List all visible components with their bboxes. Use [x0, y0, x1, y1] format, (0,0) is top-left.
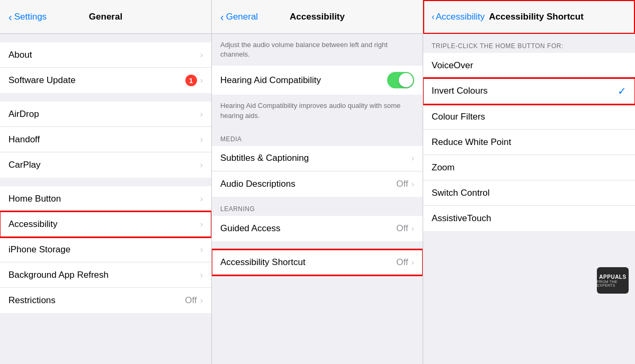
middle-audio-descriptions-label: Audio Descriptions [220, 179, 296, 189]
left-back-chevron-icon: ‹ [8, 12, 12, 22]
chevron-icon: › [200, 50, 203, 60]
audio-descriptions-value: Off [396, 179, 408, 189]
left-item-restrictions-label: Restrictions [8, 295, 56, 306]
left-item-accessibility[interactable]: Accessibility › [0, 212, 211, 237]
chevron-icon: › [200, 110, 203, 119]
middle-learning-group: Guided Access Off › [212, 216, 423, 241]
left-item-about[interactable]: About › [0, 42, 211, 68]
hearing-aid-toggle[interactable] [387, 72, 414, 88]
middle-learning-section-label: LEARNING [212, 197, 423, 216]
chevron-icon: › [200, 245, 203, 254]
middle-guided-access-right: Off › [396, 223, 414, 234]
chevron-icon: › [200, 135, 203, 144]
middle-subtitles-label: Subtitles & Captioning [220, 153, 309, 163]
left-item-handoff-right: › [200, 135, 203, 144]
right-nav-bar: ‹ Accessibility Accessibility Shortcut [423, 0, 635, 34]
left-item-iphone-storage-right: › [200, 245, 203, 254]
left-item-airdrop[interactable]: AirDrop › [0, 102, 211, 127]
toggle-thumb [399, 73, 413, 87]
right-item-switch-control[interactable]: Switch Control [423, 180, 635, 206]
left-item-software-update-right: 1 › [185, 75, 203, 86]
left-back-button[interactable]: ‹ Settings [8, 12, 47, 22]
right-back-label: Accessibility [436, 12, 485, 22]
right-item-assistivetouch[interactable]: AssistiveTouch [423, 206, 635, 231]
middle-media-section-label: MEDIA [212, 127, 423, 146]
middle-back-button[interactable]: ‹ General [220, 12, 258, 22]
left-item-restrictions[interactable]: Restrictions Off › [0, 288, 211, 313]
right-invert-colours-right: ✓ [618, 85, 627, 97]
middle-nav-title: Accessibility [290, 12, 345, 22]
right-item-voiceover[interactable]: VoiceOver [423, 53, 635, 78]
left-back-label: Settings [14, 12, 47, 22]
left-item-carplay-right: › [200, 160, 203, 170]
left-item-software-update-label: Software Update [8, 75, 76, 86]
chevron-icon: › [200, 160, 203, 170]
left-item-home-button[interactable]: Home Button › [0, 186, 211, 212]
chevron-icon: › [412, 258, 414, 267]
left-nav-title: General [89, 12, 122, 22]
left-item-software-update[interactable]: Software Update 1 › [0, 68, 211, 93]
accessibility-shortcut-value: Off [396, 257, 408, 268]
restrictions-value: Off [185, 295, 196, 306]
left-list-group-3: Home Button › Accessibility › iPhone Sto… [0, 186, 211, 313]
invert-colours-checkmark: ✓ [618, 85, 627, 97]
chevron-icon: › [412, 153, 414, 163]
middle-hearing-aid-item[interactable]: Hearing Aid Compatibility [212, 66, 423, 95]
right-back-chevron-icon: ‹ [432, 12, 435, 22]
middle-audio-descriptions-right: Off › [396, 179, 414, 189]
middle-nav-bar: ‹ General Accessibility [212, 0, 423, 34]
left-item-handoff[interactable]: Handoff › [0, 127, 211, 152]
middle-guided-access-item[interactable]: Guided Access Off › [212, 216, 423, 241]
watermark-logo-text: APPUALS [599, 274, 626, 280]
right-section-list: TRIPLE-CLICK THE HOME BUTTON FOR: VoiceO… [423, 34, 635, 364]
right-panel: ‹ Accessibility Accessibility Shortcut T… [423, 0, 635, 364]
middle-hearing-aid-label: Hearing Aid Compatibility [220, 75, 321, 86]
left-item-background-app-refresh-right: › [200, 270, 203, 280]
right-back-button[interactable]: ‹ Accessibility [432, 12, 485, 22]
chevron-icon: › [200, 76, 203, 85]
right-item-zoom[interactable]: Zoom [423, 155, 635, 180]
right-reduce-white-point-label: Reduce White Point [432, 137, 511, 148]
left-list-group-1: About › Software Update 1 › [0, 42, 211, 93]
right-item-reduce-white-point[interactable]: Reduce White Point [423, 130, 635, 155]
left-item-home-button-label: Home Button [8, 194, 61, 204]
left-item-handoff-label: Handoff [8, 134, 40, 145]
middle-media-group: Subtitles & Captioning › Audio Descripti… [212, 146, 423, 197]
middle-bottom-group: Accessibility Shortcut Off › [212, 250, 423, 275]
left-item-airdrop-label: AirDrop [8, 109, 39, 120]
middle-hearing-group: Hearing Aid Compatibility [212, 66, 423, 95]
left-item-iphone-storage[interactable]: iPhone Storage › [0, 237, 211, 262]
left-item-carplay[interactable]: CarPlay › [0, 152, 211, 178]
middle-hearing-aid-description: Hearing Aid Compatibility improves audio… [212, 95, 423, 126]
middle-back-chevron-icon: ‹ [220, 12, 224, 22]
right-switch-control-label: Switch Control [432, 188, 490, 198]
middle-subtitles-item[interactable]: Subtitles & Captioning › [212, 146, 423, 171]
right-assistivetouch-label: AssistiveTouch [432, 213, 491, 224]
guided-access-value: Off [396, 223, 408, 234]
left-section-list: About › Software Update 1 › AirDrop › [0, 34, 211, 364]
middle-back-label: General [226, 12, 258, 22]
right-item-invert-colours[interactable]: Invert Colours ✓ [423, 78, 635, 104]
watermark-area: APPUALS FROM THE EXPERTS [423, 263, 635, 298]
left-list-group-2: AirDrop › Handoff › CarPlay › [0, 102, 211, 178]
left-item-background-app-refresh[interactable]: Background App Refresh › [0, 262, 211, 288]
left-item-accessibility-label: Accessibility [8, 219, 58, 230]
left-panel: ‹ Settings General About › Software Upda… [0, 0, 212, 364]
middle-accessibility-shortcut-label: Accessibility Shortcut [220, 257, 306, 268]
middle-section-list: Adjust the audio volume balance between … [212, 34, 423, 364]
right-zoom-label: Zoom [432, 162, 454, 173]
right-item-colour-filters[interactable]: Colour Filters [423, 104, 635, 130]
chevron-icon: › [200, 270, 203, 280]
right-colour-filters-label: Colour Filters [432, 112, 485, 122]
watermark-logo: APPUALS FROM THE EXPERTS [597, 267, 629, 294]
triple-click-label: TRIPLE-CLICK THE HOME BUTTON FOR: [423, 34, 635, 53]
middle-audio-descriptions-item[interactable]: Audio Descriptions Off › [212, 171, 423, 197]
middle-guided-access-label: Guided Access [220, 223, 280, 234]
left-item-about-label: About [8, 50, 32, 60]
middle-description: Adjust the audio volume balance between … [212, 34, 423, 66]
left-item-iphone-storage-label: iPhone Storage [8, 244, 70, 255]
chevron-icon: › [412, 224, 414, 233]
middle-accessibility-shortcut-item[interactable]: Accessibility Shortcut Off › [212, 250, 423, 275]
left-item-accessibility-right: › [200, 220, 203, 229]
right-list-group: VoiceOver Invert Colours ✓ Colour Filter… [423, 53, 635, 231]
